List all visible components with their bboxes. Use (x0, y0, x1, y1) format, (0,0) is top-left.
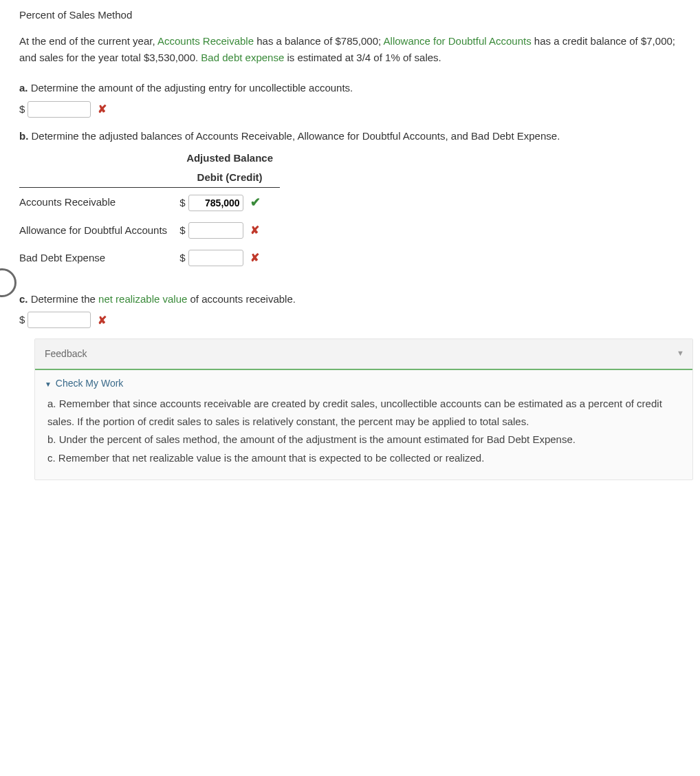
table-header-2: Debit (Credit) (179, 168, 280, 188)
row-label: Accounts Receivable (19, 187, 179, 217)
triangle-down-icon: ▼ (45, 380, 52, 388)
question-c: c. Determine the net realizable value of… (19, 291, 693, 330)
feedback-header[interactable]: Feedback ▼ (35, 339, 692, 369)
answer-a-input[interactable] (28, 101, 91, 118)
question-c-pre: Determine the (31, 293, 98, 305)
table-row: Bad Debt Expense $ ✘ (19, 244, 280, 272)
check-my-work-label: Check My Work (56, 378, 124, 389)
adjusted-balance-table: Adjusted Balance Debit (Credit) Accounts… (19, 149, 280, 272)
table-header-1: Adjusted Balance (179, 149, 280, 168)
term-accounts-receivable: Accounts Receivable (157, 35, 254, 47)
row-label: Bad Debt Expense (19, 244, 179, 272)
question-b: b. Determine the adjusted balances of Ac… (19, 128, 693, 144)
check-icon: ✔ (250, 195, 261, 209)
intro-text-4: is estimated at 3/4 of 1% of sales. (284, 52, 441, 63)
question-c-label: c. (19, 293, 28, 305)
answer-c-input[interactable] (28, 312, 91, 328)
dollar-sign: $ (179, 252, 185, 263)
answer-b-baddebt-input[interactable] (188, 250, 243, 266)
dollar-sign: $ (179, 224, 185, 236)
term-bad-debt: Bad debt expense (201, 52, 284, 63)
intro-paragraph: At the end of the current year, Accounts… (19, 33, 693, 66)
table-row: Allowance for Doubtful Accounts $ ✘ (19, 217, 280, 244)
term-nrv: net realizable value (98, 293, 187, 305)
feedback-b: b. Under the percent of sales method, th… (47, 431, 680, 449)
question-a-label: a. (19, 82, 28, 94)
feedback-panel: Feedback ▼ ▼ Check My Work a. Remember t… (34, 338, 693, 480)
row-label: Allowance for Doubtful Accounts (19, 217, 179, 244)
feedback-body: a. Remember that since accounts receivab… (35, 391, 692, 479)
answer-b-ar-input[interactable] (188, 195, 243, 211)
question-a-text: Determine the amount of the adjusting en… (31, 82, 353, 94)
x-icon: ✘ (98, 312, 107, 330)
check-my-work-toggle[interactable]: ▼ Check My Work (35, 370, 692, 391)
term-allowance-doubtful: Allowance for Doubtful Accounts (384, 35, 532, 47)
dollar-sign: $ (19, 101, 25, 118)
answer-b-allowance-input[interactable] (188, 222, 243, 239)
dollar-sign: $ (19, 312, 25, 328)
x-icon: ✘ (250, 224, 259, 236)
question-b-text: Determine the adjusted balances of Accou… (32, 130, 560, 142)
feedback-c: c. Remember that net realizable value is… (47, 449, 680, 467)
feedback-a: a. Remember that since accounts receivab… (47, 395, 680, 431)
x-icon: ✘ (250, 252, 259, 263)
feedback-title: Feedback (45, 348, 87, 359)
page-title: Percent of Sales Method (19, 7, 693, 23)
question-c-post: of accounts receivable. (187, 293, 296, 305)
dollar-sign: $ (179, 197, 185, 208)
question-a: a. Determine the amount of the adjusting… (19, 80, 693, 118)
decorative-circle-fragment (0, 268, 17, 297)
x-icon: ✘ (98, 100, 107, 118)
intro-text-2: has a balance of $785,000; (254, 35, 384, 47)
chevron-down-icon: ▼ (677, 347, 684, 360)
question-b-label: b. (19, 130, 28, 142)
table-row: Accounts Receivable $ ✔ (19, 187, 280, 217)
intro-text-1: At the end of the current year, (19, 35, 157, 47)
